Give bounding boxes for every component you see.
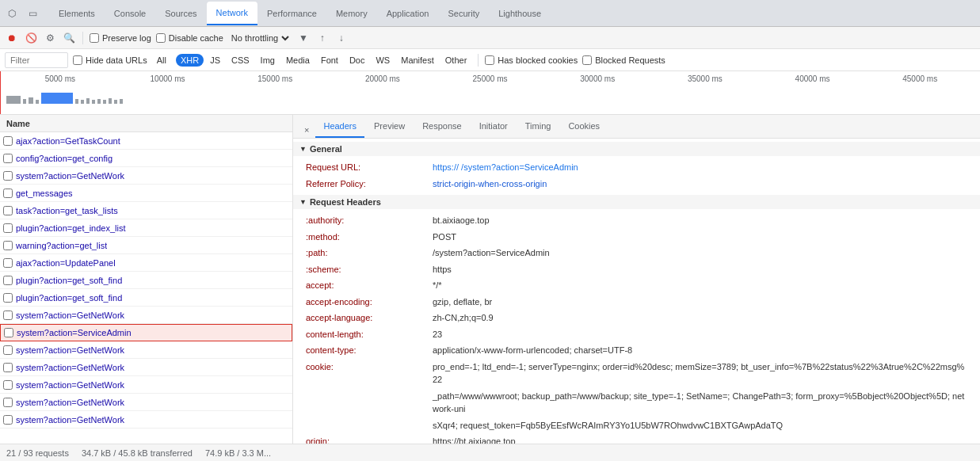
filter-chip-img[interactable]: Img <box>256 54 280 67</box>
filter-chip-xhr[interactable]: XHR <box>176 54 204 67</box>
all-filter[interactable]: All <box>152 54 171 67</box>
tab-cookies[interactable]: Cookies <box>560 116 608 138</box>
search-button[interactable]: 🔍 <box>62 31 76 45</box>
filter-chip-css[interactable]: CSS <box>227 54 254 67</box>
devtools-tab-application[interactable]: Application <box>377 2 439 25</box>
export-icon[interactable]: ↓ <box>334 31 349 45</box>
device-icon[interactable]: ▭ <box>24 5 41 22</box>
import-icon[interactable]: ↑ <box>315 31 330 45</box>
request-item[interactable]: system?action=GetNetWork <box>0 341 292 359</box>
request-item-checkbox[interactable] <box>3 276 13 285</box>
tab-preview[interactable]: Preview <box>366 116 413 138</box>
request-headers-section-header[interactable]: ▼ Request Headers <box>293 195 980 209</box>
devtools-tab-memory[interactable]: Memory <box>326 2 377 25</box>
filter-chip-ws[interactable]: WS <box>371 54 395 67</box>
request-item[interactable]: plugin?action=get_soft_find <box>0 289 292 307</box>
status-bar: 21 / 93 requests 34.7 kB / 45.8 kB trans… <box>0 444 980 461</box>
request-item[interactable]: task?action=get_task_lists <box>0 202 292 219</box>
has-blocked-label[interactable]: Has blocked cookies <box>485 55 578 65</box>
filter-chip-doc[interactable]: Doc <box>345 54 370 67</box>
devtools-tab-network[interactable]: Network <box>207 2 257 25</box>
throttle-select[interactable]: No throttling <box>228 32 292 44</box>
request-item-checkbox[interactable] <box>3 223 13 233</box>
request-item-checkbox[interactable] <box>3 171 13 181</box>
request-item[interactable]: config?action=get_config <box>0 150 292 167</box>
throttle-down-icon[interactable]: ▼ <box>296 31 311 45</box>
header-row: accept:*/* <box>306 277 967 294</box>
request-item-checkbox[interactable] <box>3 136 13 146</box>
filter-icon-button[interactable]: ⚙ <box>43 31 57 45</box>
request-item-name: plugin?action=get_soft_find <box>16 293 122 303</box>
devtools-tab-sources[interactable]: Sources <box>155 2 206 25</box>
request-item-checkbox[interactable] <box>3 189 13 198</box>
has-blocked-checkbox[interactable] <box>485 55 494 65</box>
request-item[interactable]: system?action=GetNetWork <box>0 307 292 324</box>
devtools-tab-lighthouse[interactable]: Lighthouse <box>489 2 551 25</box>
tab-timing[interactable]: Timing <box>517 116 559 138</box>
tab-headers[interactable]: Headers <box>315 116 364 138</box>
general-arrow-icon: ▼ <box>299 145 307 153</box>
clear-button[interactable]: 🚫 <box>24 31 38 45</box>
filter-chip-js[interactable]: JS <box>205 54 225 67</box>
filter-chip-font[interactable]: Font <box>316 54 343 67</box>
blocked-requests-label[interactable]: Blocked Requests <box>582 55 665 65</box>
request-item-checkbox[interactable] <box>3 241 13 250</box>
close-tab-button[interactable]: × <box>299 122 314 138</box>
request-item[interactable]: system?action=GetNetWork <box>0 359 292 376</box>
request-item-name: system?action=GetNetWork <box>16 311 124 320</box>
request-item[interactable]: ajax?action=UpdatePanel <box>0 254 292 272</box>
tab-icons: ⬡ ▭ <box>3 5 41 22</box>
hide-data-urls-label[interactable]: Hide data URLs <box>73 55 147 65</box>
header-key: origin: <box>306 435 433 444</box>
request-item-checkbox[interactable] <box>3 345 13 355</box>
request-item-checkbox[interactable] <box>4 328 13 337</box>
request-item-checkbox[interactable] <box>3 154 13 163</box>
preserve-log-checkbox[interactable] <box>90 33 99 43</box>
request-item[interactable]: plugin?action=get_soft_find <box>0 272 292 289</box>
tab-response[interactable]: Response <box>414 116 470 138</box>
tab-initiator[interactable]: Initiator <box>471 116 516 138</box>
request-item[interactable]: system?action=GetNetWork <box>0 394 292 411</box>
request-item-name: system?action=GetNetWork <box>16 415 124 425</box>
disable-cache-label[interactable]: Disable cache <box>156 33 223 43</box>
blocked-requests-checkbox[interactable] <box>582 55 592 65</box>
request-item-checkbox[interactable] <box>3 380 13 390</box>
header-value: pro_end=-1; ltd_end=-1; serverType=nginx… <box>433 360 967 387</box>
request-item-name: config?action=get_config <box>16 154 112 163</box>
filter-chip-other[interactable]: Other <box>440 54 472 67</box>
request-item-checkbox[interactable] <box>3 398 13 407</box>
header-key: :authority: <box>306 214 433 227</box>
general-section-header[interactable]: ▼ General <box>293 142 980 156</box>
request-item[interactable]: system?action=GetNetWork <box>0 411 292 429</box>
request-item[interactable]: warning?action=get_list <box>0 237 292 254</box>
header-row: :path:/system?action=ServiceAdmin <box>306 245 967 261</box>
request-item[interactable]: get_messages <box>0 185 292 202</box>
devtools-tab-performance[interactable]: Performance <box>257 2 326 25</box>
request-item-checkbox[interactable] <box>3 363 13 372</box>
filter-input[interactable] <box>5 52 68 68</box>
request-item-checkbox[interactable] <box>3 311 13 320</box>
request-item-checkbox[interactable] <box>3 415 13 425</box>
filter-chip-media[interactable]: Media <box>281 54 315 67</box>
request-url-value[interactable]: https:// /system?action=ServiceAdmin <box>433 161 967 174</box>
request-item[interactable]: system?action=GetNetWork <box>0 167 292 185</box>
request-item-checkbox[interactable] <box>3 293 13 303</box>
record-button[interactable]: ⏺ <box>5 31 19 45</box>
request-item[interactable]: plugin?action=get_index_list <box>0 219 292 237</box>
request-item-checkbox[interactable] <box>3 258 13 268</box>
headers-content: ▼ General Request URL: https:// /system?… <box>293 139 980 444</box>
devtools-tab-elements[interactable]: Elements <box>49 2 105 25</box>
request-item[interactable]: system?action=ServiceAdmin <box>0 324 292 341</box>
disable-cache-checkbox[interactable] <box>156 33 166 43</box>
request-item[interactable]: system?action=GetNetWork <box>0 376 292 394</box>
devtools-tab-security[interactable]: Security <box>438 2 489 25</box>
preserve-log-label[interactable]: Preserve log <box>90 33 151 43</box>
inspect-icon[interactable]: ⬡ <box>3 5 21 22</box>
header-row: _path=/www/wwwroot; backup_path=/www/bac… <box>306 388 967 417</box>
hide-data-urls-checkbox[interactable] <box>73 55 82 65</box>
filter-chip-manifest[interactable]: Manifest <box>396 54 439 67</box>
request-item-checkbox[interactable] <box>3 206 13 215</box>
request-item[interactable]: ajax?action=GetTaskCount <box>0 132 292 150</box>
timeline-label: 5000 ms <box>6 74 114 83</box>
devtools-tab-console[interactable]: Console <box>105 2 155 25</box>
